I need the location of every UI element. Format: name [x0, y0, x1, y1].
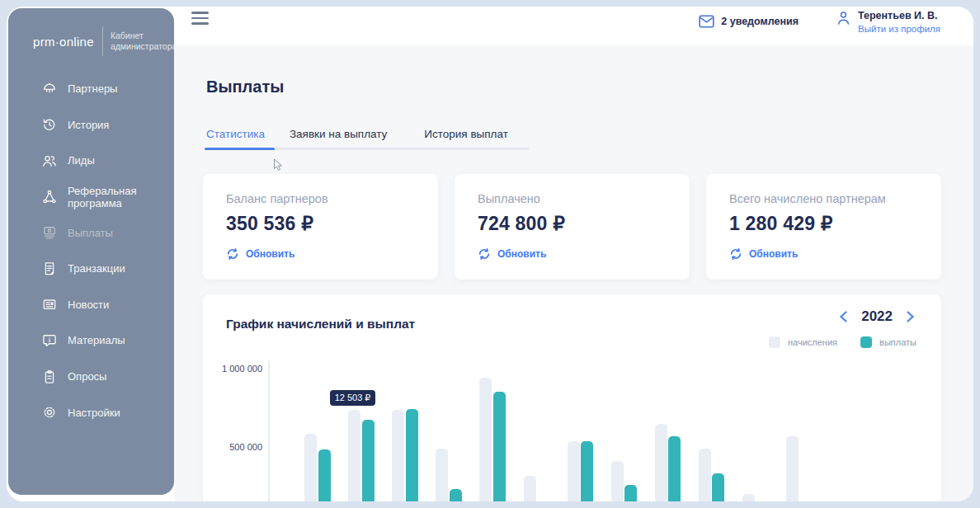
- bar-payouts[interactable]: [624, 485, 637, 501]
- tabs: Статистика Заявки на выплату История вып…: [206, 128, 508, 140]
- legend-label: выплаты: [879, 337, 916, 347]
- stat-card-label: Всего начислено партнерам: [729, 192, 941, 205]
- chart-card: График начислений и выплат 2022 начислен…: [203, 294, 941, 501]
- referral-icon: [41, 189, 58, 205]
- bar-accruals[interactable]: [786, 436, 799, 501]
- history-icon: [41, 116, 58, 133]
- topbar: 2 уведомления Терентьев И. В. Выйти из п…: [174, 7, 973, 45]
- bar-payouts[interactable]: [362, 420, 375, 501]
- stat-card: Всего начислено партнерам 1 280 429 ₽ Об…: [706, 174, 941, 280]
- mouse-cursor: [273, 158, 285, 172]
- bar-accruals[interactable]: [392, 410, 404, 501]
- refresh-label: Обновить: [246, 248, 294, 260]
- year-selector: 2022: [839, 308, 915, 325]
- refresh-button[interactable]: Обновить: [226, 247, 438, 261]
- app-window: prm·online Кабинет администратора Партне…: [7, 7, 973, 501]
- tab-payout-requests[interactable]: Заявки на выплату: [290, 128, 387, 140]
- transactions-icon: [41, 261, 58, 277]
- stat-card: Выплачено 724 800 ₽ Обновить: [455, 174, 690, 280]
- sidebar-item-leads[interactable]: Лиды: [8, 143, 174, 179]
- partners-icon: [41, 81, 58, 97]
- sidebar-item-transactions[interactable]: Транзакции: [8, 251, 174, 287]
- bar-accruals[interactable]: [655, 424, 667, 502]
- bar-payouts[interactable]: [493, 392, 506, 501]
- legend-label: начисления: [788, 337, 837, 347]
- chart-tooltip: 12 503 ₽: [330, 390, 375, 406]
- user-menu[interactable]: Терентьев И. В. Выйти из профиля: [836, 10, 940, 34]
- logo-divider: [102, 26, 103, 56]
- sidebar-item-payouts[interactable]: Выплаты: [8, 214, 174, 251]
- sidebar-item-referral[interactable]: Реферальная программа: [8, 179, 174, 215]
- sidebar-nav: Партнеры История Лиды Реферальная програ…: [8, 71, 174, 430]
- legend-swatch: [769, 336, 780, 348]
- sidebar-item-settings[interactable]: Настройки: [8, 394, 174, 430]
- bar-accruals[interactable]: [568, 441, 580, 501]
- bar-accruals[interactable]: [611, 461, 624, 501]
- tab-statistics[interactable]: Статистика: [206, 128, 265, 140]
- bar-accruals[interactable]: [479, 378, 492, 502]
- sidebar-item-surveys[interactable]: Опросы: [8, 359, 174, 395]
- notifications-button[interactable]: 2 уведомления: [699, 15, 799, 28]
- chart-plot: 12 503 ₽: [268, 360, 938, 501]
- bar-payouts[interactable]: [712, 473, 724, 501]
- sidebar-item-partners[interactable]: Партнеры: [8, 71, 174, 107]
- bar-payouts[interactable]: [450, 489, 462, 501]
- bar-accruals[interactable]: [699, 449, 711, 501]
- y-axis-line: [268, 360, 270, 501]
- refresh-button[interactable]: Обновить: [729, 247, 941, 261]
- bar-payouts[interactable]: [581, 441, 593, 501]
- bar-payouts[interactable]: [406, 409, 418, 501]
- stat-cards: Баланс партнеров 350 536 ₽ Обновить Выпл…: [203, 174, 941, 280]
- stat-card-value: 350 536 ₽: [226, 213, 438, 235]
- news-icon: [41, 296, 58, 313]
- next-year-chevron-icon[interactable]: [906, 311, 915, 322]
- bar-accruals[interactable]: [304, 434, 317, 501]
- logo-row: prm·online Кабинет администратора: [33, 26, 185, 56]
- bar-accruals[interactable]: [742, 494, 755, 501]
- settings-icon: [41, 404, 58, 421]
- bar-accruals[interactable]: [524, 476, 536, 501]
- bar-payouts[interactable]: [318, 449, 331, 501]
- envelope-icon: [699, 15, 714, 28]
- year-label: 2022: [861, 308, 893, 325]
- tab-underline-active: [205, 148, 275, 150]
- user-name: Терентьев И. В.: [858, 10, 940, 21]
- bar-accruals[interactable]: [436, 449, 448, 501]
- payouts-icon: [41, 224, 58, 241]
- logout-link[interactable]: Выйти из профиля: [858, 24, 940, 34]
- refresh-label: Обновить: [497, 248, 546, 260]
- refresh-icon: [729, 247, 742, 261]
- stat-card-label: Выплачено: [478, 192, 690, 205]
- sidebar-item-history[interactable]: История: [8, 107, 174, 143]
- stat-card: Баланс партнеров 350 536 ₽ Обновить: [203, 174, 438, 280]
- menu-hamburger-icon[interactable]: [191, 12, 209, 25]
- stat-card-label: Баланс партнеров: [226, 192, 438, 205]
- refresh-icon: [478, 247, 491, 261]
- sidebar: prm·online Кабинет администратора Партне…: [8, 8, 174, 495]
- y-tick-label: 500 000: [229, 442, 262, 452]
- user-icon: [836, 10, 850, 26]
- sidebar-item-materials[interactable]: Материалы: [8, 322, 174, 359]
- tab-underline-track: [205, 148, 529, 150]
- stat-card-value: 724 800 ₽: [478, 213, 690, 235]
- refresh-label: Обновить: [749, 248, 798, 260]
- y-tick-label: 1 000 000: [222, 364, 262, 374]
- page-title: Выплаты: [206, 78, 284, 96]
- prev-year-chevron-icon[interactable]: [839, 311, 848, 322]
- sidebar-item-news[interactable]: Новости: [8, 287, 174, 323]
- refresh-button[interactable]: Обновить: [478, 247, 690, 261]
- legend-item: начисления: [769, 336, 837, 348]
- bar-payouts[interactable]: [668, 436, 681, 501]
- chart-title: График начислений и выплат: [226, 317, 415, 332]
- surveys-icon: [41, 369, 58, 385]
- refresh-icon: [226, 247, 239, 261]
- tab-payout-history[interactable]: История выплат: [424, 128, 508, 140]
- app-logo: prm·online: [33, 35, 94, 49]
- legend-swatch: [860, 336, 872, 348]
- materials-icon: [41, 332, 58, 349]
- bar-accruals[interactable]: [348, 410, 360, 501]
- notifications-label: 2 уведомления: [721, 16, 799, 27]
- stat-card-value: 1 280 429 ₽: [729, 213, 941, 235]
- leads-icon: [41, 153, 58, 169]
- chart-legend: начислениявыплаты: [769, 336, 916, 348]
